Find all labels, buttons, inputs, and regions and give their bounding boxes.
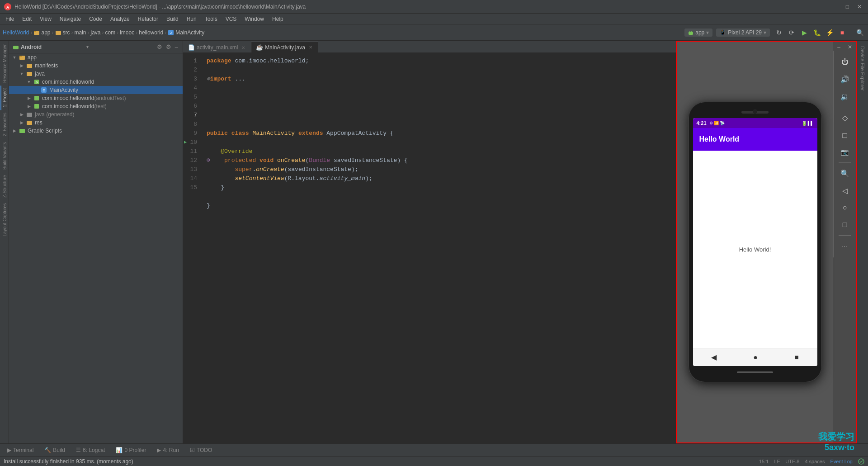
svg-rect-21 <box>27 113 32 117</box>
emu-rotate-btn[interactable]: ◇ <box>837 110 853 125</box>
bottom-tab-run[interactable]: ▶ 4: Run <box>153 446 182 454</box>
breadcrumb-item-helloworld2[interactable]: helloworld <box>139 29 163 36</box>
folder-icon-2 <box>55 29 61 36</box>
emu-recent-btn[interactable]: □ <box>837 217 853 233</box>
attach-btn[interactable]: ⚡ <box>824 27 835 38</box>
sidebar-tab-layout-captures[interactable]: Layout Captures <box>0 200 8 239</box>
tree-item-java-generated[interactable]: ▶ java (generated) <box>9 110 183 119</box>
debug-btn[interactable]: 🐛 <box>811 27 822 38</box>
emu-zoom-btn[interactable]: 🔍 <box>837 166 853 181</box>
run-config-selector[interactable]: app ▾ <box>684 29 712 37</box>
panel-sync-btn[interactable]: ⚙ <box>156 43 163 51</box>
right-tab-device-explorer[interactable]: Device File Explorer <box>859 43 867 94</box>
svg-text:p: p <box>36 80 38 84</box>
project-panel-header: Android ▾ ⚙ ⚙ – <box>9 41 183 53</box>
tree-item-pkg-main[interactable]: ▼ p com.imooc.helloworld <box>9 78 183 86</box>
breadcrumb-item-main[interactable]: main <box>75 29 86 36</box>
bottom-tab-profiler[interactable]: 📊 0 Profiler <box>112 446 150 454</box>
status-battery-icon: 🔋 <box>802 121 807 126</box>
menu-item-code[interactable]: Code <box>85 15 106 23</box>
sidebar-tab-structure[interactable]: Z-Structure <box>0 172 8 200</box>
menu-item-analyze[interactable]: Analyze <box>107 15 133 23</box>
maximize-btn[interactable]: □ <box>843 4 852 10</box>
panel-collapse-btn[interactable]: – <box>174 43 179 51</box>
run-label: 4: Run <box>163 447 179 453</box>
emu-more-btn[interactable]: ··· <box>837 238 853 254</box>
code-editor: 1 2 3 4 5 6 7 8 9 10 ▶ 11 12 13 14 15 pa… <box>183 53 676 443</box>
breadcrumb-item-mainactivity[interactable]: J MainActivity <box>168 29 204 36</box>
tree-arrow-pkg: ▼ <box>25 80 33 84</box>
menu-item-help[interactable]: Help <box>269 15 287 23</box>
emu-titlebar: – ✕ <box>833 42 856 51</box>
emu-screenshot-btn[interactable]: 📷 <box>837 144 853 160</box>
breadcrumb-item-java[interactable]: java <box>91 29 101 36</box>
tree-item-mainactivity[interactable]: ▶ C MainActivity <box>9 86 183 94</box>
emu-back-btn[interactable]: ◁ <box>837 183 853 198</box>
minimize-btn[interactable]: – <box>832 4 840 10</box>
tree-item-manifests[interactable]: ▶ manifests <box>9 62 183 70</box>
status-gear-icon: ⚙ <box>709 121 713 125</box>
window-controls: – □ ✕ <box>832 4 864 10</box>
bottom-tab-logcat[interactable]: ☰ 6: Logcat <box>72 446 108 454</box>
menu-item-run[interactable]: Run <box>183 15 200 23</box>
bottom-tab-todo[interactable]: ☑ TODO <box>186 446 216 454</box>
tree-item-app[interactable]: ▼ app <box>9 53 183 62</box>
run-config-label: app <box>695 29 704 36</box>
nav-recent-btn[interactable]: ■ <box>794 353 799 361</box>
tab-mainactivity[interactable]: ☕ MainActivity.java ✕ <box>251 42 318 52</box>
stop-btn[interactable]: ■ <box>837 27 848 38</box>
tab-close-mainactivity[interactable]: ✕ <box>309 45 312 50</box>
sync-btn[interactable]: ↻ <box>774 27 784 38</box>
code-content[interactable]: package com.imooc.helloworld; ⊕import ..… <box>201 53 676 443</box>
menu-item-build[interactable]: Build <box>163 15 182 23</box>
breadcrumb-item-src[interactable]: src <box>55 29 70 36</box>
sidebar-tab-favorites[interactable]: 2: Favorites <box>0 110 8 139</box>
breadcrumb-item-helloworld[interactable]: HelloWorld <box>3 29 29 36</box>
menu-item-view[interactable]: View <box>36 15 55 23</box>
breadcrumb-item-imooc[interactable]: imooc <box>120 29 134 36</box>
menu-item-navigate[interactable]: Navigate <box>56 15 85 23</box>
tree-item-res[interactable]: ▶ res <box>9 119 183 127</box>
build-btn[interactable]: ▶ <box>799 27 810 38</box>
emu-eraser-btn[interactable]: ◻ <box>837 127 853 143</box>
emu-vol-up-btn[interactable]: 🔊 <box>837 71 853 87</box>
search-btn[interactable]: 🔍 <box>854 27 865 38</box>
menu-item-vcs[interactable]: VCS <box>222 15 241 23</box>
breadcrumb-item-com[interactable]: com <box>105 29 116 36</box>
sidebar-tab-project[interactable]: 1: Project <box>0 86 8 110</box>
project-panel-title: Android <box>21 44 85 50</box>
nav-home-btn[interactable]: ● <box>753 353 758 361</box>
menu-item-window[interactable]: Window <box>241 15 268 23</box>
tab-activity-main[interactable]: 📄 activity_main.xml ✕ <box>183 42 251 52</box>
phone-chin <box>693 366 817 375</box>
tree-item-java[interactable]: ▼ java <box>9 70 183 78</box>
emu-minimize-btn[interactable]: – <box>835 43 842 51</box>
tree-item-gradle[interactable]: ▶ Gradle Scripts <box>9 127 183 135</box>
emu-close-btn[interactable]: ✕ <box>846 43 854 51</box>
sync2-btn[interactable]: ⟳ <box>786 27 797 38</box>
breadcrumb-item-app[interactable]: app <box>33 29 50 36</box>
phone-camera <box>753 109 757 114</box>
nav-back-btn[interactable]: ◀ <box>711 353 717 361</box>
tree-item-pkg-androidtest[interactable]: ▶ com.imooc.helloworld (androidTest) <box>9 94 183 102</box>
menu-item-file[interactable]: File <box>2 15 18 23</box>
menu-item-refactor[interactable]: Refactor <box>134 15 162 23</box>
tree-item-pkg-test[interactable]: ▶ com.imooc.helloworld (test) <box>9 102 183 110</box>
menu-item-tools[interactable]: Tools <box>201 15 221 23</box>
emu-power-btn[interactable]: ⏻ <box>837 54 853 70</box>
menu-item-edit[interactable]: Edit <box>19 15 35 23</box>
gutter-run-icon[interactable]: ▶ <box>184 138 187 147</box>
bottom-tab-terminal[interactable]: ▶ Terminal <box>4 446 37 454</box>
device-selector[interactable]: 📱 Pixel 2 API 29 ▾ <box>716 29 770 37</box>
close-btn[interactable]: ✕ <box>854 4 864 10</box>
sidebar-tab-build-variants[interactable]: Build Variants <box>0 139 8 172</box>
panel-gear-btn[interactable]: ⚙ <box>165 43 172 51</box>
sidebar-tab-resource-manager[interactable]: Resource Manager <box>0 42 8 86</box>
event-log-btn[interactable]: Event Log <box>830 459 853 464</box>
device-label: Pixel 2 API 29 <box>728 29 762 36</box>
project-tree: ▼ app ▶ manifests ▼ <box>9 53 183 443</box>
tab-close-activity-main[interactable]: ✕ <box>241 45 245 50</box>
bottom-tab-build[interactable]: 🔨 Build <box>41 446 69 454</box>
emu-home-btn[interactable]: ○ <box>837 200 853 215</box>
emu-vol-down-btn[interactable]: 🔉 <box>837 89 853 104</box>
